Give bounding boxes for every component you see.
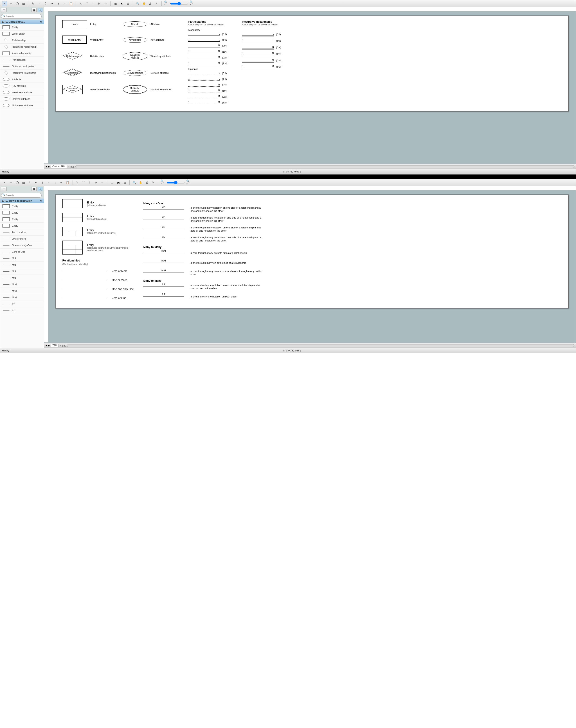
zoom-in-icon[interactable]: 🔍⁺ xyxy=(186,180,191,185)
shape-item[interactable]: Key attribute xyxy=(0,83,44,89)
shape-item[interactable]: One and only One xyxy=(0,242,44,249)
collapse-icon[interactable]: ⊗ xyxy=(40,199,42,202)
shape-item[interactable]: Associative entity xyxy=(0,50,44,57)
shape-item[interactable]: Multivalue attribute xyxy=(0,102,44,109)
connector5-tool-icon[interactable]: ↴ xyxy=(56,1,61,6)
connector3-tool-icon[interactable]: ⤵ xyxy=(43,1,48,6)
shape-item[interactable]: One or More xyxy=(0,236,44,242)
shape-search-input[interactable] xyxy=(1,14,41,19)
shape-item[interactable]: M:1 xyxy=(0,275,44,281)
shape-item[interactable]: Entity xyxy=(0,210,44,216)
shape-search-input[interactable] xyxy=(1,193,41,198)
connector4-tool-icon[interactable]: ⤶ xyxy=(50,1,54,6)
library-header[interactable]: ERD, crow's foot notation ⊗ xyxy=(0,199,44,203)
ellipse-tool-icon[interactable]: ◯ xyxy=(15,1,20,6)
shape-item[interactable]: Entity xyxy=(0,222,44,229)
shape-item[interactable]: 1:1 xyxy=(0,307,44,314)
page-tabs-icon[interactable]: ▯▯▯ xyxy=(62,344,66,347)
grid-view-icon[interactable]: ▦ xyxy=(31,8,37,12)
group-tool-icon[interactable]: ◫ xyxy=(110,180,115,185)
search-toggle-icon[interactable]: 🔍 xyxy=(37,187,43,191)
shape-item[interactable]: 1:1 xyxy=(0,301,44,307)
zoom-slider[interactable] xyxy=(167,181,185,184)
distribute-tool-icon[interactable]: ↔ xyxy=(100,180,105,185)
eyedropper-tool-icon[interactable]: ✎ xyxy=(151,180,156,185)
connector6-tool-icon[interactable]: ⤷ xyxy=(62,1,67,6)
horizontal-scrollbar[interactable] xyxy=(67,344,574,347)
distribute-tool-icon[interactable]: ↔ xyxy=(103,1,108,6)
shape-item[interactable]: Zero or One xyxy=(0,249,44,255)
zoom-stepper-icon[interactable]: ⇅ xyxy=(59,344,61,347)
shape-item[interactable]: M:M xyxy=(0,294,44,301)
shape-item[interactable]: Entity xyxy=(0,216,44,222)
shape-item[interactable]: Relationship xyxy=(0,37,44,43)
shape-item[interactable]: M:1 xyxy=(0,268,44,275)
zoom-slider[interactable] xyxy=(170,2,188,5)
shape-item[interactable]: Participation xyxy=(0,57,44,63)
canvas[interactable]: Entity Entity Attribute Attribute Weak E… xyxy=(51,11,573,163)
paste-tool-icon[interactable]: 📋 xyxy=(65,180,70,185)
zoom-in-icon[interactable]: 🔍⁺ xyxy=(190,1,194,6)
zoom-label[interactable]: 75% xyxy=(51,344,58,347)
tree-view-icon[interactable]: ☰ xyxy=(1,8,6,12)
canvas[interactable]: Entity(with no attributes)Entity(with at… xyxy=(51,190,573,342)
connector5-tool-icon[interactable]: ↴ xyxy=(52,180,57,185)
points-tool-icon[interactable]: ⋮ xyxy=(87,180,92,185)
pointer-tool-icon[interactable]: ↖ xyxy=(2,180,7,185)
shape-item[interactable]: Entity xyxy=(0,24,44,31)
page-prev-icon[interactable]: ◀ xyxy=(46,344,47,347)
shape-item[interactable]: Entity xyxy=(0,203,44,210)
shape-item[interactable]: M:M xyxy=(0,281,44,288)
shape-item[interactable]: Recursive relationship xyxy=(0,70,44,76)
connector2-tool-icon[interactable]: ⤷ xyxy=(37,1,42,6)
zoom-tool-icon[interactable]: 🔍 xyxy=(135,1,140,6)
layers-tool-icon[interactable]: ▤ xyxy=(122,180,127,185)
shape-item[interactable]: M:1 xyxy=(0,262,44,268)
connector2-tool-icon[interactable]: ⤷ xyxy=(33,180,38,185)
layers-tool-icon[interactable]: ▤ xyxy=(125,1,131,6)
ellipse-tool-icon[interactable]: ◯ xyxy=(15,180,20,185)
zoom-out-icon[interactable]: 🔍⁻ xyxy=(161,180,165,185)
print-tool-icon[interactable]: 🖨 xyxy=(148,1,153,6)
connector3-tool-icon[interactable]: ⤵ xyxy=(40,180,45,185)
arc-tool-icon[interactable]: ⌒ xyxy=(81,180,86,185)
page-prev-icon[interactable]: ◀ xyxy=(46,165,47,168)
group-tool-icon[interactable]: ◫ xyxy=(113,1,118,6)
shape-item[interactable]: M:1 xyxy=(0,255,44,262)
library-header[interactable]: ERD, Chen's nota... ⊗ xyxy=(0,20,44,24)
shape-item[interactable]: M:M xyxy=(0,288,44,294)
horizontal-scrollbar[interactable] xyxy=(76,165,574,168)
grid-view-icon[interactable]: ▦ xyxy=(31,187,37,191)
search-toggle-icon[interactable]: 🔍 xyxy=(37,8,43,12)
hand-tool-icon[interactable]: ✋ xyxy=(142,1,146,6)
connector-tool-icon[interactable]: ↳ xyxy=(31,1,35,6)
shape-item[interactable]: Weak key attribute xyxy=(0,89,44,96)
print-tool-icon[interactable]: 🖨 xyxy=(144,180,149,185)
align-tool-icon[interactable]: ⫸ xyxy=(97,1,102,6)
zoom-label[interactable]: Custom 79% xyxy=(51,165,67,168)
shape-item[interactable]: Derived attribute xyxy=(0,96,44,102)
shape-item[interactable]: Weak entity xyxy=(0,31,44,37)
eyedropper-tool-icon[interactable]: ✎ xyxy=(154,1,159,6)
shape-item[interactable]: Attribute xyxy=(0,76,44,83)
page-tabs-icon[interactable]: ▯▯▯ xyxy=(70,165,75,168)
paste-tool-icon[interactable]: 📋 xyxy=(68,1,74,6)
pointer-tool-icon[interactable]: ↖ xyxy=(2,1,7,6)
line-tool-icon[interactable]: ╲ xyxy=(78,1,83,6)
zoom-out-icon[interactable]: 🔍⁻ xyxy=(164,1,169,6)
align-tool-icon[interactable]: ⫸ xyxy=(94,180,98,185)
ungroup-tool-icon[interactable]: ◩ xyxy=(119,1,124,6)
page-next-icon[interactable]: ▶ xyxy=(48,165,50,168)
zoom-tool-icon[interactable]: 🔍 xyxy=(132,180,137,185)
rect-tool-icon[interactable]: ▭ xyxy=(8,1,13,6)
points-tool-icon[interactable]: ⋮ xyxy=(91,1,96,6)
table-tool-icon[interactable]: ▦ xyxy=(21,1,26,6)
table-tool-icon[interactable]: ▦ xyxy=(21,180,26,185)
page-next-icon[interactable]: ▶ xyxy=(48,344,50,347)
hand-tool-icon[interactable]: ✋ xyxy=(138,180,143,185)
shape-item[interactable]: Identifying relationship xyxy=(0,43,44,50)
arc-tool-icon[interactable]: ⌒ xyxy=(84,1,89,6)
shape-item[interactable]: Zero or More xyxy=(0,229,44,236)
zoom-stepper-icon[interactable]: ⇅ xyxy=(68,165,69,168)
rect-tool-icon[interactable]: ▭ xyxy=(8,180,13,185)
